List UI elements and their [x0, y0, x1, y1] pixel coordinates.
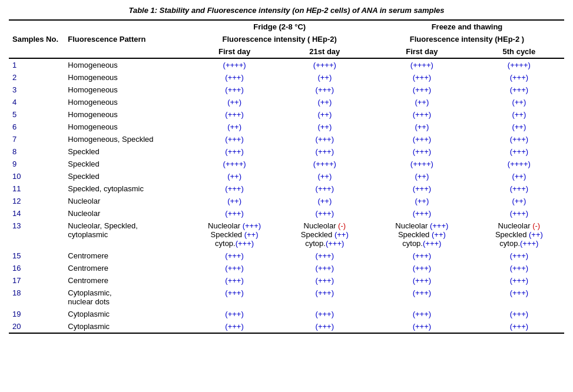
freeze-cycle5-value: (+++)	[474, 182, 564, 195]
fluorescence-pattern: Speckled	[64, 145, 189, 158]
fluorescence-pattern: Speckled	[64, 158, 189, 170]
sample-number: 12	[9, 195, 64, 207]
table-row: 19Cytoplasmic(+++)(+++)(+++)(+++)	[9, 308, 564, 320]
sample-number: 16	[9, 262, 64, 274]
freeze-day1-value: (+++)	[370, 207, 474, 220]
table-row: 18Cytoplasmic,nuclear dots(+++)(+++)(+++…	[9, 287, 564, 308]
freeze-day1-value: (++)	[370, 121, 474, 133]
freeze-day1-value: (+++)	[370, 308, 474, 320]
freeze-cycle5-value: (+++)	[474, 84, 564, 96]
table-row: 6Homogeneous(++)(++)(++)(++)	[9, 121, 564, 133]
fridge-day21-value: (+++)	[280, 182, 370, 195]
header-samples: Samples No.	[9, 20, 64, 58]
sample-number: 8	[9, 145, 64, 158]
table-row: 16Centromere(+++)(+++)(+++)(+++)	[9, 262, 564, 274]
freeze-cycle5-value: (+++)	[474, 274, 564, 287]
fridge-day1-value: (+++)	[189, 274, 279, 287]
header-fridge-day21: 21st day	[280, 45, 370, 58]
fridge-day1-value: (+++)	[189, 84, 279, 96]
fridge-day1-value: (+++)	[189, 250, 279, 262]
fridge-day21-value: (++)	[280, 71, 370, 84]
freeze-day1-value: (+++)	[370, 250, 474, 262]
fridge-day1-value: (++++)	[189, 158, 279, 170]
fridge-day1-value: (+++)	[189, 207, 279, 220]
freeze-cycle5-value: (++)	[474, 195, 564, 207]
fridge-day21-value: (+++)	[280, 145, 370, 158]
fridge-day21-value: Nucleolar (-)Speckled (++)cytop.(+++)	[280, 220, 370, 250]
fridge-day21-value: (+++)	[280, 320, 370, 333]
freeze-day1-value: (++)	[370, 96, 474, 108]
fridge-day21-value: (+++)	[280, 207, 370, 220]
fridge-day21-value: (++++)	[280, 158, 370, 170]
fridge-day1-value: (++++)	[189, 58, 279, 71]
fluorescence-pattern: Nucleolar	[64, 195, 189, 207]
fridge-day21-value: (+++)	[280, 274, 370, 287]
freeze-cycle5-value: (+++)	[474, 287, 564, 308]
fridge-day21-value: (++)	[280, 121, 370, 133]
freeze-cycle5-value: (++)	[474, 108, 564, 121]
sample-number: 4	[9, 96, 64, 108]
fridge-day21-value: (+++)	[280, 133, 370, 145]
table-row: 3Homogeneous(+++)(+++)(+++)(+++)	[9, 84, 564, 96]
freeze-cycle5-value: (+++)	[474, 145, 564, 158]
freeze-cycle5-value: Nucleolar (-)Speckled (++)cytop.(+++)	[474, 220, 564, 250]
fridge-day21-value: (++)	[280, 170, 370, 182]
fluorescence-pattern: Centromere	[64, 250, 189, 262]
freeze-day1-value: (+++)	[370, 274, 474, 287]
freeze-cycle5-value: (+++)	[474, 71, 564, 84]
freeze-day1-value: (+++)	[370, 287, 474, 308]
table-row: 8Speckled(+++)(+++)(+++)(+++)	[9, 145, 564, 158]
header-fridge-day1: First day	[189, 45, 279, 58]
fluorescence-pattern: Homogeneous	[64, 108, 189, 121]
sample-number: 13	[9, 220, 64, 250]
freeze-day1-value: (+++)	[370, 108, 474, 121]
sample-number: 7	[9, 133, 64, 145]
freeze-day1-value: Nucleolar (+++)Speckled (++)cytop.(+++)	[370, 220, 474, 250]
table-row: 12Nucleolar(++)(++)(++)(++)	[9, 195, 564, 207]
fridge-day21-value: (+++)	[280, 250, 370, 262]
fluorescence-pattern: Nucleolar, Speckled,cytoplasmic	[64, 220, 189, 250]
fluorescence-pattern: Speckled	[64, 170, 189, 182]
freeze-day1-value: (+++)	[370, 84, 474, 96]
sample-number: 11	[9, 182, 64, 195]
fridge-day1-value: (+++)	[189, 182, 279, 195]
freeze-cycle5-value: (+++)	[474, 308, 564, 320]
fluorescence-pattern: Homogeneous	[64, 58, 189, 71]
fridge-day1-value: (+++)	[189, 71, 279, 84]
freeze-day1-value: (++)	[370, 170, 474, 182]
fluorescence-pattern: Cytoplasmic	[64, 308, 189, 320]
fluorescence-pattern: Centromere	[64, 262, 189, 274]
freeze-day1-value: (++++)	[370, 158, 474, 170]
fluorescence-pattern: Speckled, cytoplasmic	[64, 182, 189, 195]
header-freeze-group: Freeze and thawing	[370, 20, 564, 33]
freeze-day1-value: (++++)	[370, 58, 474, 71]
table-row: 10Speckled(++)(++)(++)(++)	[9, 170, 564, 182]
freeze-cycle5-value: (++++)	[474, 58, 564, 71]
freeze-day1-value: (+++)	[370, 71, 474, 84]
fluorescence-pattern: Homogeneous	[64, 71, 189, 84]
sample-number: 5	[9, 108, 64, 121]
fridge-day1-value: (+++)	[189, 108, 279, 121]
fridge-day21-value: (+++)	[280, 84, 370, 96]
fluorescence-pattern: Centromere	[64, 274, 189, 287]
fridge-day1-value: (++)	[189, 170, 279, 182]
freeze-cycle5-value: (+++)	[474, 262, 564, 274]
header-freeze-day1: First day	[370, 45, 474, 58]
freeze-cycle5-value: (+++)	[474, 133, 564, 145]
fridge-day21-value: (+++)	[280, 262, 370, 274]
table-row: 20Cytoplasmic(+++)(+++)(+++)(+++)	[9, 320, 564, 333]
fluorescence-pattern: Homogeneous	[64, 96, 189, 108]
table-row: 5Homogeneous(+++)(++)(+++)(++)	[9, 108, 564, 121]
fridge-day21-value: (+++)	[280, 308, 370, 320]
fridge-day1-value: (+++)	[189, 308, 279, 320]
freeze-cycle5-value: (++)	[474, 170, 564, 182]
sample-number: 6	[9, 121, 64, 133]
fridge-day1-value: (+++)	[189, 145, 279, 158]
header-freeze-cycle5: 5th cycle	[474, 45, 564, 58]
freeze-cycle5-value: (+++)	[474, 207, 564, 220]
freeze-day1-value: (++)	[370, 195, 474, 207]
sample-number: 20	[9, 320, 64, 333]
table-row: 2Homogeneous(+++)(++)(+++)(+++)	[9, 71, 564, 84]
fridge-day1-value: (++)	[189, 121, 279, 133]
fridge-day21-value: (++)	[280, 195, 370, 207]
